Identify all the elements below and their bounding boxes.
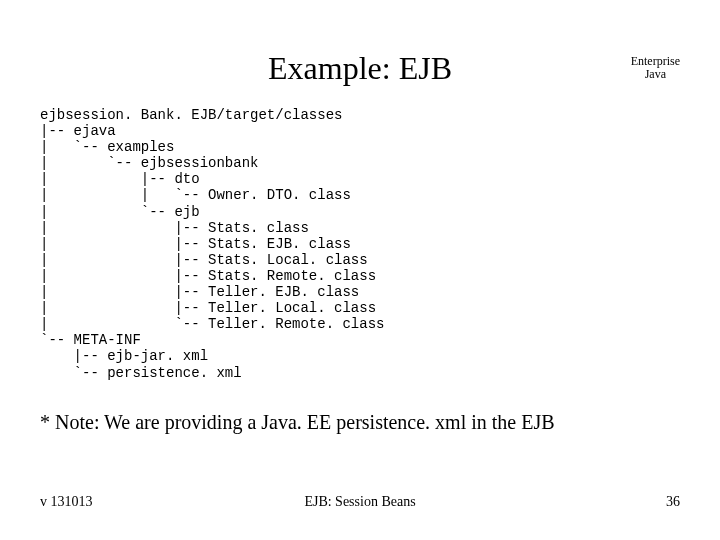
- page-title: Example: EJB: [40, 50, 680, 87]
- footer: v 131013 EJB: Session Beans 36: [40, 494, 680, 510]
- corner-label: Enterprise Java: [631, 55, 680, 81]
- code-tree: ejbsession. Bank. EJB/target/classes |--…: [40, 107, 680, 381]
- footer-title: EJB: Session Beans: [40, 494, 680, 510]
- slide: Enterprise Java Example: EJB ejbsession.…: [0, 0, 720, 540]
- corner-line2: Java: [631, 68, 680, 81]
- note-text: * Note: We are providing a Java. EE pers…: [40, 411, 680, 434]
